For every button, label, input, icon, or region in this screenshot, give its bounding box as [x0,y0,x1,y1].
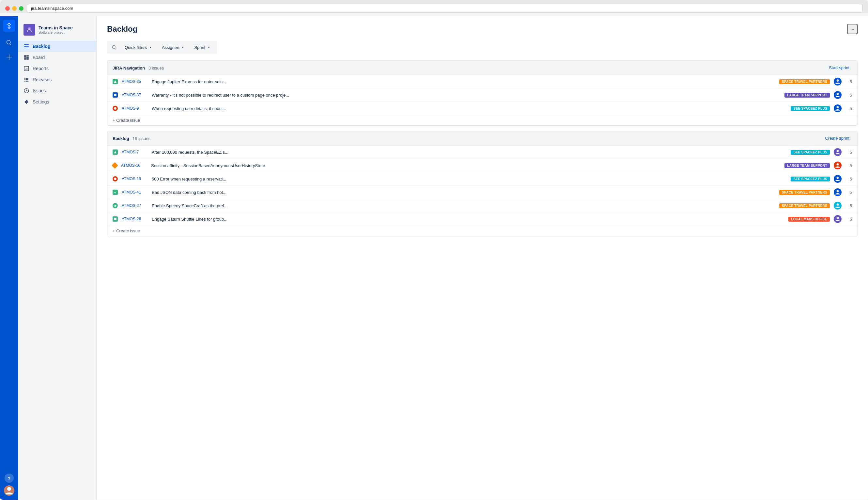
issue-label[interactable]: SEE SPACEEZ PLUS [791,150,830,155]
create-nav-button[interactable] [3,51,15,63]
avatar [834,78,842,86]
issue-type-icon [113,203,118,208]
issue-points: 5 [845,106,852,111]
close-button[interactable] [5,6,10,11]
table-row[interactable]: ATMOS-7 After 100,000 requests, the Spac… [107,146,857,159]
table-row[interactable]: ATMOS-27 Enable Speedy SpaceCraft as the… [107,199,857,213]
issue-key[interactable]: ATMOS-25 [122,79,148,84]
sidebar-item-reports-label: Reports [33,66,49,71]
svg-rect-15 [114,218,116,220]
issue-key[interactable]: ATMOS-27 [122,203,148,208]
sprint-title: JIRA Navigation [113,66,145,70]
svg-point-8 [837,106,839,109]
sprint-header-backlog: Backlog 19 issues Create sprint [107,131,857,146]
issue-label[interactable]: SEE SPACEEZ PLUS [791,106,830,111]
assignee-filter-button[interactable]: Assignee [159,44,188,51]
issue-label[interactable]: SPACE TRAVEL PARTNERS [779,79,830,84]
avatar [834,91,842,99]
sidebar-nav: Backlog Board Reports Releases Issues Se… [18,41,96,107]
sidebar-item-backlog[interactable]: Backlog [18,41,96,52]
issue-points: 5 [845,190,852,195]
issue-summary: 500 Error when requesting a reservati... [152,177,787,181]
issue-key[interactable]: ATMOS-9 [122,106,148,111]
sidebar-item-reports[interactable]: Reports [18,63,96,74]
sidebar-item-issues[interactable]: Issues [18,85,96,96]
main-content: Backlog ··· Quick filters Assignee Sprin… [96,16,868,500]
search-nav-button[interactable] [3,37,15,49]
start-sprint-button[interactable]: Start sprint [826,64,852,71]
svg-point-11 [114,178,116,180]
table-row[interactable]: ATMOS-9 When requesting user details, it… [107,102,857,115]
issue-points: 5 [845,79,852,84]
issue-label[interactable]: SEE SPACEEZ PLUS [791,177,830,181]
jira-logo[interactable] [3,20,15,32]
table-row[interactable]: ATMOS-26 Engage Saturn Shuttle Lines for… [107,213,857,226]
sidebar-item-releases-label: Releases [33,77,52,82]
traffic-lights [5,6,23,11]
project-info: Teams in Space Software project [38,25,73,34]
filter-bar: Quick filters Assignee Sprint [107,41,217,54]
issue-key[interactable]: ATMOS-19 [122,177,148,181]
issue-key[interactable]: ATMOS-41 [122,190,148,194]
issue-type-icon [113,79,118,84]
table-row[interactable]: ATMOS-10 Session affinity - SessionBased… [107,159,857,172]
issue-type-icon [112,162,118,169]
create-sprint-button[interactable]: Create sprint [823,135,852,142]
sidebar-item-board[interactable]: Board [18,52,96,63]
sprint-section-backlog: Backlog 19 issues Create sprint ATMOS-7 … [107,131,858,236]
issue-label[interactable]: SPACE TRAVEL PARTNERS [779,203,830,208]
page-header: Backlog ··· [107,24,858,34]
minimize-button[interactable] [12,6,16,11]
svg-point-9 [837,150,839,152]
issue-label[interactable]: SPACE TRAVEL PARTNERS [779,190,830,195]
project-header: Teams in Space Software project [18,21,96,41]
project-avatar [23,24,35,36]
help-button[interactable]: ? [4,474,14,483]
search-icon [110,43,119,52]
sidebar-item-settings[interactable]: Settings [18,96,96,107]
sprint-section-jira-navigation: JIRA Navigation 3 issues Start sprint AT… [107,60,858,126]
svg-point-14 [837,203,839,206]
sidebar-item-issues-label: Issues [33,88,46,93]
page-title: Backlog [107,24,137,34]
issue-summary: Bad JSON data coming back from hot... [152,190,775,195]
issue-label[interactable]: LARGE TEAM SUPPORT [785,93,830,98]
svg-point-13 [837,190,839,192]
sprint-filter-button[interactable]: Sprint [191,44,214,51]
svg-point-12 [837,177,839,179]
issue-summary: After 100,000 requests, the SpaceEZ s... [152,150,787,155]
sidebar-item-board-label: Board [33,55,45,60]
sidebar-item-releases[interactable]: Releases [18,74,96,85]
sidebar: Teams in Space Software project Backlog … [18,16,96,500]
svg-point-16 [837,217,839,219]
avatar [834,161,842,169]
sidebar-item-settings-label: Settings [33,99,49,104]
svg-point-0 [7,487,11,491]
issue-summary: Engage Saturn Shuttle Lines for group... [152,217,785,221]
more-options-button[interactable]: ··· [847,24,858,34]
issue-key[interactable]: ATMOS-10 [121,163,147,168]
address-bar[interactable]: jira.teamsinspace.com [27,4,863,13]
issue-key[interactable]: ATMOS-7 [122,150,148,155]
avatar [834,202,842,209]
issue-points: 5 [845,163,852,168]
create-issue-backlog[interactable]: + Create issue [107,226,857,236]
issue-key[interactable]: ATMOS-37 [122,93,148,97]
table-row[interactable]: ATMOS-19 500 Error when requesting a res… [107,172,857,186]
avatar [834,104,842,112]
issue-type-icon [113,190,118,195]
quick-filters-button[interactable]: Quick filters [122,44,156,51]
issue-key[interactable]: ATMOS-26 [122,217,148,221]
create-issue-sprint[interactable]: + Create issue [107,115,857,125]
issue-points: 5 [845,150,852,155]
maximize-button[interactable] [19,6,23,11]
table-row[interactable]: ATMOS-25 Engage Jupiter Express for oute… [107,75,857,89]
svg-point-6 [837,93,839,95]
table-row[interactable]: ATMOS-37 Warranty - it's not possible to… [107,89,857,102]
table-row[interactable]: ATMOS-41 Bad JSON data coming back from … [107,186,857,199]
user-avatar-nav[interactable] [4,485,14,496]
avatar [834,148,842,156]
issue-label[interactable]: LARGE TEAM SUPPORT [785,163,830,168]
issue-type-icon [113,149,118,155]
issue-label[interactable]: LOCAL MARS OFFICE [788,217,830,221]
